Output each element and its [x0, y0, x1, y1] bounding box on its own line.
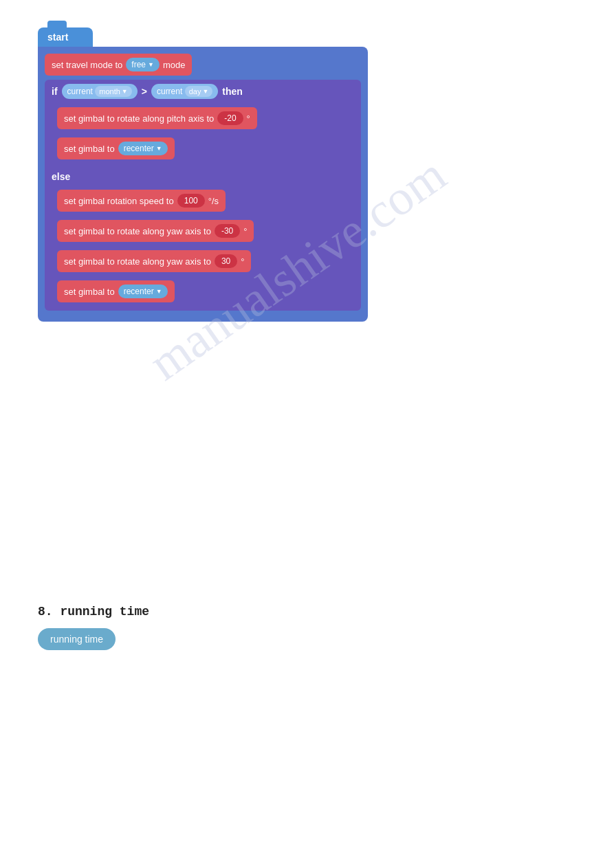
recenter-prefix-else: set gimbal to	[64, 287, 115, 297]
recenter-row-else: set gimbal to recenter	[57, 280, 357, 302]
pitch-prefix: set gimbal to rotate along pitch axis to	[64, 113, 214, 124]
recenter-dropdown-else[interactable]: recenter	[118, 285, 168, 298]
recenter-dropdown-then[interactable]: recenter	[118, 142, 168, 155]
else-body: set gimbal rotation speed to 100 °/s set…	[45, 186, 361, 311]
main-container: set travel mode to free mode if current …	[38, 47, 368, 322]
yaw-neg-unit: °	[243, 226, 247, 236]
operator-gt: >	[142, 86, 147, 97]
blocks-area: start set travel mode to free mode if cu…	[38, 27, 368, 322]
yaw-axis-neg-row: set gimbal to rotate along yaw axis to -…	[57, 220, 357, 242]
else-header: else	[45, 168, 361, 186]
travel-mode-block: set travel mode to free mode	[45, 54, 192, 76]
rotation-speed-block: set gimbal rotation speed to 100 °/s	[57, 190, 226, 212]
rotation-speed-unit: °/s	[208, 196, 219, 206]
pitch-axis-block: set gimbal to rotate along pitch axis to…	[57, 107, 257, 129]
yaw-pos-value: 30	[215, 254, 237, 268]
month-dropdown[interactable]: month	[95, 86, 132, 97]
running-time-button[interactable]: running time	[38, 628, 116, 650]
travel-mode-suffix: mode	[163, 60, 186, 70]
yaw-axis-neg-block: set gimbal to rotate along yaw axis to -…	[57, 220, 254, 242]
current1-text: current	[67, 87, 93, 96]
if-header: if current month > current day then	[45, 80, 361, 103]
yaw-pos-unit: °	[241, 256, 244, 267]
yaw-pos-prefix: set gimbal to rotate along yaw axis to	[64, 256, 211, 267]
recenter-prefix-then: set gimbal to	[64, 144, 115, 154]
rotation-speed-prefix: set gimbal rotation speed to	[64, 196, 174, 206]
else-keyword: else	[52, 171, 70, 182]
travel-mode-dropdown[interactable]: free	[126, 58, 160, 71]
section-8-title: 8. running time	[38, 605, 149, 619]
yaw-neg-value: -30	[215, 224, 240, 238]
pitch-axis-row: set gimbal to rotate along pitch axis to…	[57, 107, 357, 129]
yaw-axis-pos-block: set gimbal to rotate along yaw axis to 3…	[57, 250, 251, 272]
yaw-axis-pos-row: set gimbal to rotate along yaw axis to 3…	[57, 250, 357, 272]
pitch-value: -20	[217, 111, 243, 125]
rotation-speed-row: set gimbal rotation speed to 100 °/s	[57, 190, 357, 212]
current-day-pill: current day	[151, 84, 218, 99]
yaw-neg-prefix: set gimbal to rotate along yaw axis to	[64, 226, 211, 236]
if-keyword: if	[52, 86, 58, 97]
recenter-row-then: set gimbal to recenter	[57, 137, 357, 159]
current-month-pill: current month	[62, 84, 138, 99]
then-keyword: then	[222, 86, 243, 97]
pitch-unit: °	[247, 113, 250, 124]
if-then-else-block: if current month > current day then set …	[45, 80, 361, 311]
day-dropdown[interactable]: day	[185, 86, 213, 97]
travel-mode-row: set travel mode to free mode	[45, 54, 361, 76]
start-block: start	[38, 27, 93, 47]
recenter-block-else: set gimbal to recenter	[57, 280, 175, 302]
section-8: 8. running time running time	[38, 605, 149, 650]
current2-text: current	[157, 87, 182, 96]
travel-mode-prefix: set travel mode to	[52, 60, 122, 70]
then-body: set gimbal to rotate along pitch axis to…	[45, 103, 361, 168]
rotation-speed-value: 100	[177, 194, 205, 208]
recenter-block-then: set gimbal to recenter	[57, 137, 175, 159]
